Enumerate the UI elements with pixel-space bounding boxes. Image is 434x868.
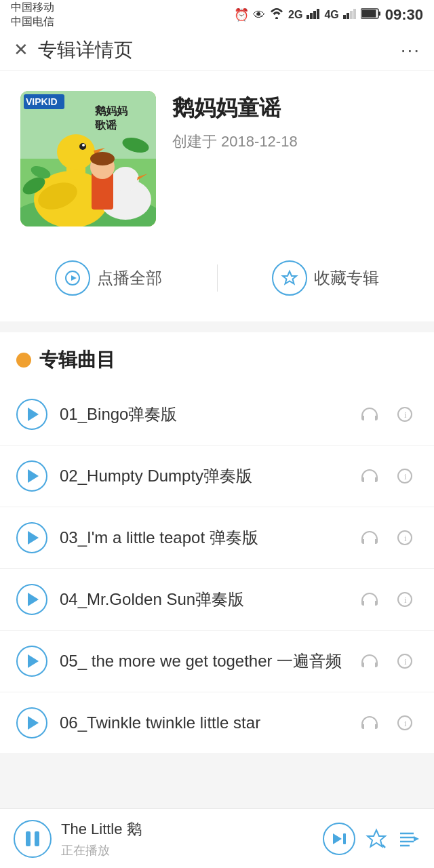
track-6-headphone-button[interactable] — [357, 710, 382, 736]
svg-rect-9 — [378, 12, 380, 16]
album-section: VIPKID 鹅妈妈 歌谣 鹅妈妈童谣 创建于 2018-12-18 — [0, 71, 434, 240]
battery-icon — [361, 8, 381, 22]
play-triangle-icon — [28, 531, 39, 545]
player-bar: The Little 鹅 正在播放 — [0, 808, 434, 868]
action-bar: 点播全部 收藏专辑 — [0, 240, 434, 321]
track-1-play-button[interactable] — [16, 399, 47, 430]
track-2-headphone-button[interactable] — [357, 463, 382, 489]
svg-rect-48 — [343, 833, 346, 844]
player-title: The Little 鹅 — [61, 819, 313, 840]
wifi-icon — [269, 8, 284, 22]
svg-rect-5 — [347, 13, 349, 19]
track-1-headphone-button[interactable] — [357, 401, 382, 427]
pause-bar-left — [26, 831, 31, 846]
svg-marker-49 — [368, 830, 385, 847]
close-button[interactable]: ✕ — [14, 39, 28, 60]
signal-2g-icon: 2G — [288, 9, 302, 21]
status-icons: ⏰ 👁 2G 4G 09:30 — [234, 6, 423, 24]
track-4-info-button[interactable]: i — [392, 587, 418, 612]
svg-rect-1 — [310, 13, 313, 19]
tracklist-section: 专辑曲目 01_Bingo弹奏版 i 02_Humpty Dumpty弹奏版 i — [0, 332, 434, 754]
album-date: 创建于 2018-12-18 — [172, 132, 414, 152]
tracklist-dot-icon — [16, 353, 31, 368]
player-star-icon — [365, 827, 388, 850]
track-item: 06_Twinkle twinkle little star i — [0, 692, 434, 754]
track-2-actions: i — [357, 463, 418, 489]
player-favorite-button[interactable] — [365, 827, 388, 850]
star-icon — [272, 260, 307, 296]
play-triangle-icon — [28, 654, 39, 668]
play-triangle-icon — [28, 716, 39, 730]
pause-icon — [26, 831, 39, 846]
track-3-play-button[interactable] — [16, 522, 47, 553]
carrier-info: 中国移动 中国电信 — [11, 1, 54, 29]
header-left: ✕ 专辑详情页 — [14, 37, 133, 63]
next-track-button[interactable] — [323, 823, 355, 855]
signal-4g-icon: 4G — [324, 9, 338, 21]
svg-rect-10 — [361, 9, 376, 17]
track-6-play-button[interactable] — [16, 707, 47, 738]
play-triangle-icon — [28, 593, 39, 606]
track-5-headphone-button[interactable] — [357, 648, 382, 674]
alarm-icon: ⏰ — [234, 7, 249, 22]
track-4-name: 04_Mr.Golden Sun弹奏版 — [60, 588, 344, 611]
track-2-name: 02_Humpty Dumpty弹奏版 — [60, 465, 344, 488]
svg-rect-0 — [307, 15, 309, 19]
more-button[interactable]: ··· — [401, 39, 420, 61]
track-item: 05_ the more we get together 一遍音频 i — [0, 631, 434, 692]
track-5-info-button[interactable]: i — [392, 648, 418, 674]
svg-text:VIPKID: VIPKID — [26, 96, 58, 107]
svg-rect-4 — [343, 15, 346, 19]
track-item: 04_Mr.Golden Sun弹奏版 i — [0, 569, 434, 631]
track-item: 02_Humpty Dumpty弹奏版 i — [0, 446, 434, 507]
track-1-info-button[interactable]: i — [392, 401, 418, 427]
playlist-icon — [397, 827, 420, 850]
svg-rect-7 — [353, 9, 356, 19]
svg-point-16 — [57, 134, 95, 170]
svg-text:歌谣: 歌谣 — [95, 119, 117, 131]
favorite-button[interactable]: 收藏专辑 — [218, 254, 435, 302]
page-title: 专辑详情页 — [38, 37, 133, 63]
play-all-button[interactable]: 点播全部 — [0, 254, 217, 302]
track-item: 03_I'm a little teapot 弹奏版 i — [0, 507, 434, 569]
svg-rect-3 — [317, 9, 319, 19]
track-6-name: 06_Twinkle twinkle little star — [60, 711, 344, 734]
track-3-actions: i — [357, 525, 418, 551]
pause-button[interactable] — [14, 820, 52, 858]
track-5-play-button[interactable] — [16, 646, 47, 677]
track-4-headphone-button[interactable] — [357, 587, 382, 612]
svg-marker-47 — [333, 833, 342, 844]
track-4-play-button[interactable] — [16, 584, 47, 615]
svg-text:i: i — [404, 595, 407, 605]
track-6-info-button[interactable]: i — [392, 710, 418, 736]
svg-text:鹅妈妈: 鹅妈妈 — [95, 105, 127, 117]
track-3-headphone-button[interactable] — [357, 525, 382, 551]
svg-point-24 — [90, 152, 115, 165]
track-2-info-button[interactable]: i — [392, 463, 418, 489]
pause-bar-right — [35, 831, 39, 846]
cover-art-svg: VIPKID 鹅妈妈 歌谣 — [20, 91, 156, 226]
status-bar: 中国移动 中国电信 ⏰ 👁 2G 4G 09:30 — [0, 0, 434, 30]
track-5-actions: i — [357, 648, 418, 674]
track-item: 01_Bingo弹奏版 i — [0, 384, 434, 446]
svg-rect-6 — [350, 11, 353, 19]
play-triangle-icon — [28, 469, 39, 483]
svg-point-18 — [82, 144, 85, 146]
album-info: 鹅妈妈童谣 创建于 2018-12-18 — [172, 91, 414, 152]
svg-rect-2 — [313, 11, 316, 19]
player-playlist-button[interactable] — [397, 827, 420, 850]
track-3-info-button[interactable]: i — [392, 525, 418, 551]
svg-marker-55 — [414, 836, 419, 842]
track-2-play-button[interactable] — [16, 460, 47, 492]
track-4-actions: i — [357, 587, 418, 612]
status-time: 09:30 — [385, 6, 423, 24]
tracklist-title: 专辑曲目 — [39, 347, 115, 373]
signal-bars2-icon — [343, 8, 357, 22]
play-all-label: 点播全部 — [97, 267, 162, 289]
svg-text:i: i — [404, 410, 407, 420]
svg-text:i: i — [404, 656, 407, 667]
eye-icon: 👁 — [253, 8, 265, 22]
svg-marker-33 — [71, 275, 77, 281]
album-name: 鹅妈妈童谣 — [172, 94, 414, 123]
page-header: ✕ 专辑详情页 ··· — [0, 30, 434, 71]
